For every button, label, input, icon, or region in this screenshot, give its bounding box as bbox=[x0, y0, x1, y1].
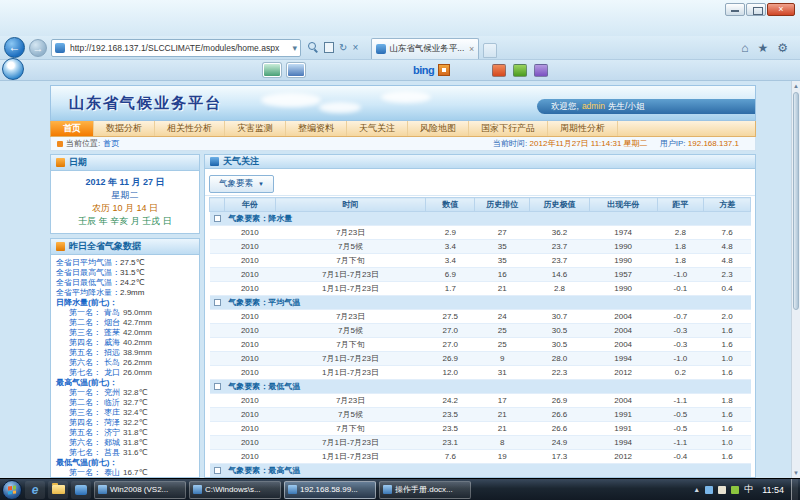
window-icon bbox=[98, 485, 107, 494]
new-tab-button[interactable] bbox=[483, 43, 497, 58]
bing-logo[interactable]: bing bbox=[413, 64, 434, 76]
app-tile-icon[interactable] bbox=[492, 64, 506, 77]
close-button[interactable]: × bbox=[767, 3, 795, 16]
checkbox-icon[interactable] bbox=[214, 467, 221, 474]
tools-gear-icon[interactable]: ⚙ bbox=[777, 41, 788, 55]
welcome-bar: 欢迎您,admin先生/小姐 bbox=[537, 99, 755, 114]
compatibility-view-icon[interactable] bbox=[324, 42, 334, 53]
forward-button[interactable]: → bbox=[29, 39, 47, 57]
element-filter-button[interactable]: 气象要素 ▼ bbox=[209, 175, 274, 193]
window-titlebar: × bbox=[0, 0, 800, 36]
table-cell: 2.0 bbox=[704, 310, 751, 324]
breadcrumb-page-link[interactable]: 首页 bbox=[103, 138, 119, 149]
back-button[interactable]: ← bbox=[4, 37, 25, 58]
scrollbar-thumb[interactable] bbox=[793, 92, 799, 310]
media-player-icon[interactable] bbox=[71, 481, 91, 499]
search-icon[interactable] bbox=[308, 42, 319, 53]
stop-icon[interactable]: × bbox=[352, 42, 358, 53]
maximize-button[interactable] bbox=[746, 3, 766, 16]
nav-item-1[interactable]: 首页 bbox=[51, 121, 94, 136]
table-cell: 21 bbox=[475, 282, 530, 296]
nav-item-3[interactable]: 相关性分析 bbox=[155, 121, 225, 136]
nav-item-6[interactable]: 天气关注 bbox=[347, 121, 408, 136]
language-indicator[interactable]: 中 bbox=[744, 483, 753, 496]
table-cell: 24.9 bbox=[530, 436, 589, 450]
weather-data-panel-title: 昨日全省气象数据 bbox=[69, 240, 141, 253]
table-cell: 1.0 bbox=[704, 436, 751, 450]
show-desktop-button[interactable] bbox=[791, 479, 798, 500]
home-icon[interactable]: ⌂ bbox=[741, 41, 748, 55]
rank-label: 第二名： bbox=[69, 318, 101, 328]
table-group-row[interactable]: 气象要素：平均气温 bbox=[210, 296, 751, 310]
nav-item-8[interactable]: 国家下行产品 bbox=[469, 121, 548, 136]
stat-line: 全省平均降水量：2.9mm bbox=[56, 288, 194, 298]
rank-item: 第七名：龙口26.0mm bbox=[56, 368, 194, 378]
table-cell: 7.6 bbox=[426, 450, 475, 464]
user-ip-label: 用户IP: bbox=[660, 139, 686, 148]
data-icon bbox=[56, 242, 65, 251]
nav-item-9[interactable]: 周期性分析 bbox=[548, 121, 618, 136]
rank-value: 38.9mm bbox=[123, 348, 152, 358]
volume-icon[interactable] bbox=[718, 486, 726, 494]
mail-icon[interactable] bbox=[263, 63, 281, 77]
taskbar-window-button[interactable]: C:\Windows\s... bbox=[189, 481, 281, 499]
table-group-row[interactable]: 气象要素：最低气温 bbox=[210, 380, 751, 394]
table-cell: 7月下旬 bbox=[275, 254, 426, 268]
checkbox-icon[interactable] bbox=[214, 299, 221, 306]
checkbox-icon[interactable] bbox=[214, 383, 221, 390]
floating-gadget-icon[interactable] bbox=[2, 58, 24, 80]
rank-item: 第五名：招远38.9mm bbox=[56, 348, 194, 358]
favorites-star-icon[interactable]: ★ bbox=[757, 41, 768, 55]
refresh-icon[interactable]: ↻ bbox=[339, 42, 347, 53]
table-group-row[interactable]: 气象要素：最高气温 bbox=[210, 464, 751, 478]
network-icon[interactable] bbox=[705, 486, 713, 494]
nav-item-2[interactable]: 数据分析 bbox=[94, 121, 155, 136]
taskbar-clock[interactable]: 11:54 bbox=[758, 485, 788, 495]
browser-window: × ← → ▾ ↻ × 山东省气候业务平... × bbox=[0, 0, 800, 478]
scroll-up-icon[interactable]: ▲ bbox=[792, 81, 800, 91]
start-button[interactable] bbox=[2, 480, 22, 500]
app-tile-icon[interactable] bbox=[534, 64, 548, 77]
table-cell: 23.7 bbox=[530, 254, 589, 268]
browser-navigation-bar: ← → ▾ ↻ × 山东省气候业务平... × ⌂ ★ bbox=[0, 36, 800, 60]
rank-item: 第六名：长岛26.2mm bbox=[56, 358, 194, 368]
scroll-down-icon[interactable]: ▼ bbox=[792, 468, 800, 478]
table-cell: 24.2 bbox=[426, 394, 475, 408]
table-cell: 1月1日-7月23日 bbox=[275, 450, 426, 464]
antivirus-icon[interactable] bbox=[731, 486, 739, 494]
bing-tile-icon[interactable] bbox=[438, 64, 450, 76]
table-group-row[interactable]: 气象要素：降水量 bbox=[210, 212, 751, 226]
table-cell: 7月1日-7月23日 bbox=[275, 352, 426, 366]
filter-row: 气象要素 ▼ bbox=[205, 169, 755, 196]
taskbar-window-button[interactable]: 192.168.58.99... bbox=[284, 481, 376, 499]
rank-label: 第一名： bbox=[69, 388, 101, 398]
taskbar-window-button[interactable]: 操作手册.docx... bbox=[379, 481, 471, 499]
url-input[interactable] bbox=[68, 42, 289, 54]
welcome-prefix: 欢迎您, bbox=[551, 101, 579, 111]
table-cell: 12.0 bbox=[426, 366, 475, 380]
vertical-scrollbar[interactable]: ▲ ▼ bbox=[791, 81, 800, 478]
address-bar[interactable]: ▾ bbox=[51, 39, 301, 57]
row-spacer-cell bbox=[210, 422, 225, 436]
nav-item-5[interactable]: 整编资料 bbox=[286, 121, 347, 136]
address-bar-actions: ↻ × bbox=[305, 42, 361, 53]
weather-table: 年份时间数值历史排位历史极值出现年份距平方差 气象要素：降水量20107月23日… bbox=[209, 197, 751, 478]
rank-item: 第五名：济宁31.8℃ bbox=[56, 428, 194, 438]
taskbar-window-button[interactable]: Win2008 (VS2... bbox=[94, 481, 186, 499]
tab-close-icon[interactable]: × bbox=[469, 44, 474, 54]
tray-expand-icon[interactable]: ▲ bbox=[693, 486, 700, 493]
nav-item-7[interactable]: 风险地图 bbox=[408, 121, 469, 136]
explorer-folder-icon[interactable] bbox=[48, 481, 68, 499]
browser-tab[interactable]: 山东省气候业务平... × bbox=[371, 38, 479, 59]
minimize-button[interactable] bbox=[725, 3, 745, 16]
checkbox-icon[interactable] bbox=[214, 215, 221, 222]
nav-item-4[interactable]: 灾害监测 bbox=[225, 121, 286, 136]
rank-item: 第六名：郯城31.8℃ bbox=[56, 438, 194, 448]
app-tile-icon[interactable] bbox=[513, 64, 527, 77]
rank-label: 第六名： bbox=[69, 438, 101, 448]
calendar-icon[interactable] bbox=[287, 63, 305, 77]
internet-explorer-icon[interactable]: e bbox=[25, 481, 45, 499]
stat-label: 全省日最低气温： bbox=[56, 278, 120, 287]
window-controls: × bbox=[725, 3, 795, 16]
address-dropdown-icon[interactable]: ▾ bbox=[292, 43, 297, 53]
